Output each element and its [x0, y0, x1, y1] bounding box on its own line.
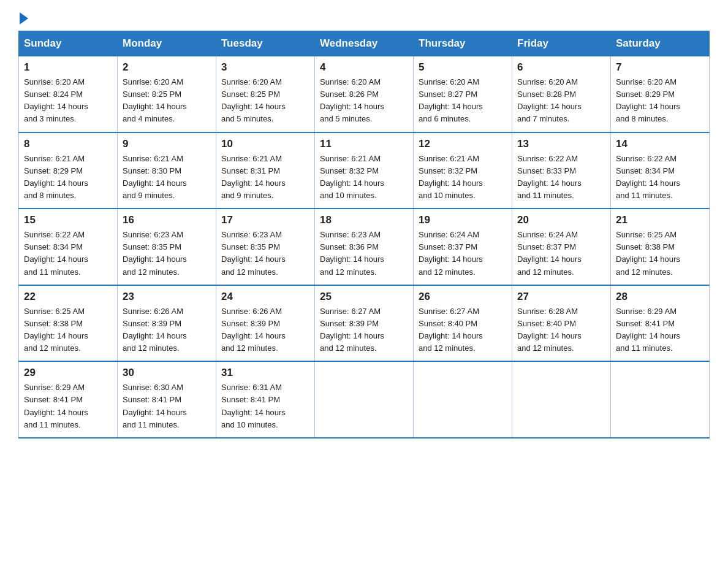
- day-number: 6: [517, 61, 605, 74]
- day-number: 15: [24, 214, 112, 226]
- calendar-header-friday: Friday: [512, 31, 611, 56]
- logo: [18, 12, 28, 25]
- day-info: Sunrise: 6:21 AMSunset: 8:32 PMDaylight:…: [320, 153, 408, 202]
- calendar-cell: 6Sunrise: 6:20 AMSunset: 8:28 PMDaylight…: [512, 56, 611, 132]
- day-info: Sunrise: 6:22 AMSunset: 8:33 PMDaylight:…: [517, 153, 605, 202]
- day-number: 12: [419, 138, 507, 150]
- day-number: 5: [419, 61, 507, 74]
- day-number: 3: [221, 61, 309, 74]
- day-info: Sunrise: 6:23 AMSunset: 8:35 PMDaylight:…: [123, 229, 211, 278]
- day-info: Sunrise: 6:28 AMSunset: 8:40 PMDaylight:…: [517, 305, 605, 355]
- day-info: Sunrise: 6:20 AMSunset: 8:27 PMDaylight:…: [419, 76, 507, 126]
- calendar-header-saturday: Saturday: [611, 31, 710, 56]
- calendar-cell: 23Sunrise: 6:26 AMSunset: 8:39 PMDayligh…: [118, 285, 216, 362]
- day-number: 10: [221, 138, 309, 150]
- day-info: Sunrise: 6:24 AMSunset: 8:37 PMDaylight:…: [419, 229, 507, 278]
- page-header: [18, 12, 710, 25]
- calendar-cell: 30Sunrise: 6:30 AMSunset: 8:41 PMDayligh…: [118, 361, 216, 438]
- day-number: 14: [616, 138, 704, 150]
- calendar-cell: 12Sunrise: 6:21 AMSunset: 8:32 PMDayligh…: [414, 132, 512, 209]
- calendar-header-sunday: Sunday: [19, 31, 118, 56]
- day-info: Sunrise: 6:23 AMSunset: 8:36 PMDaylight:…: [320, 229, 408, 278]
- calendar-week-row: 8Sunrise: 6:21 AMSunset: 8:29 PMDaylight…: [19, 132, 710, 209]
- calendar-header-monday: Monday: [118, 31, 216, 56]
- day-number: 29: [24, 367, 112, 379]
- day-info: Sunrise: 6:20 AMSunset: 8:25 PMDaylight:…: [123, 76, 211, 126]
- calendar-cell: 3Sunrise: 6:20 AMSunset: 8:25 PMDaylight…: [216, 56, 315, 132]
- calendar-week-row: 29Sunrise: 6:29 AMSunset: 8:41 PMDayligh…: [19, 361, 710, 438]
- calendar-cell: 11Sunrise: 6:21 AMSunset: 8:32 PMDayligh…: [315, 132, 414, 209]
- day-number: 9: [123, 138, 211, 150]
- day-number: 30: [123, 367, 211, 379]
- calendar-cell: 27Sunrise: 6:28 AMSunset: 8:40 PMDayligh…: [512, 285, 611, 362]
- calendar-cell: 25Sunrise: 6:27 AMSunset: 8:39 PMDayligh…: [315, 285, 414, 362]
- calendar-cell: 8Sunrise: 6:21 AMSunset: 8:29 PMDaylight…: [19, 132, 118, 209]
- calendar-cell: 31Sunrise: 6:31 AMSunset: 8:41 PMDayligh…: [216, 361, 315, 438]
- day-info: Sunrise: 6:20 AMSunset: 8:24 PMDaylight:…: [24, 76, 112, 126]
- day-info: Sunrise: 6:22 AMSunset: 8:34 PMDaylight:…: [24, 229, 112, 278]
- calendar-cell: 2Sunrise: 6:20 AMSunset: 8:25 PMDaylight…: [118, 56, 216, 132]
- day-info: Sunrise: 6:20 AMSunset: 8:26 PMDaylight:…: [320, 76, 408, 126]
- calendar-header-wednesday: Wednesday: [315, 31, 414, 56]
- calendar-header: SundayMondayTuesdayWednesdayThursdayFrid…: [19, 31, 710, 56]
- calendar-week-row: 22Sunrise: 6:25 AMSunset: 8:38 PMDayligh…: [19, 285, 710, 362]
- calendar-cell: 26Sunrise: 6:27 AMSunset: 8:40 PMDayligh…: [414, 285, 512, 362]
- day-info: Sunrise: 6:21 AMSunset: 8:30 PMDaylight:…: [123, 153, 211, 202]
- day-info: Sunrise: 6:26 AMSunset: 8:39 PMDaylight:…: [123, 305, 211, 355]
- day-info: Sunrise: 6:25 AMSunset: 8:38 PMDaylight:…: [616, 229, 704, 278]
- day-info: Sunrise: 6:22 AMSunset: 8:34 PMDaylight:…: [616, 153, 704, 202]
- day-info: Sunrise: 6:30 AMSunset: 8:41 PMDaylight:…: [123, 381, 211, 431]
- calendar-cell: 21Sunrise: 6:25 AMSunset: 8:38 PMDayligh…: [611, 209, 710, 285]
- calendar-cell: 4Sunrise: 6:20 AMSunset: 8:26 PMDaylight…: [315, 56, 414, 132]
- day-number: 26: [419, 291, 507, 303]
- calendar-cell: 1Sunrise: 6:20 AMSunset: 8:24 PMDaylight…: [19, 56, 118, 132]
- day-info: Sunrise: 6:29 AMSunset: 8:41 PMDaylight:…: [24, 381, 112, 431]
- day-info: Sunrise: 6:23 AMSunset: 8:35 PMDaylight:…: [221, 229, 309, 278]
- calendar-cell: 24Sunrise: 6:26 AMSunset: 8:39 PMDayligh…: [216, 285, 315, 362]
- day-number: 22: [24, 291, 112, 303]
- calendar-week-row: 15Sunrise: 6:22 AMSunset: 8:34 PMDayligh…: [19, 209, 710, 285]
- logo-arrow-icon: [20, 12, 28, 25]
- day-number: 24: [221, 291, 309, 303]
- calendar-cell: 28Sunrise: 6:29 AMSunset: 8:41 PMDayligh…: [611, 285, 710, 362]
- calendar-cell: [315, 361, 414, 438]
- calendar-cell: 20Sunrise: 6:24 AMSunset: 8:37 PMDayligh…: [512, 209, 611, 285]
- day-info: Sunrise: 6:21 AMSunset: 8:31 PMDaylight:…: [221, 153, 309, 202]
- calendar-cell: 10Sunrise: 6:21 AMSunset: 8:31 PMDayligh…: [216, 132, 315, 209]
- calendar-cell: 29Sunrise: 6:29 AMSunset: 8:41 PMDayligh…: [19, 361, 118, 438]
- day-info: Sunrise: 6:20 AMSunset: 8:25 PMDaylight:…: [221, 76, 309, 126]
- calendar-cell: 5Sunrise: 6:20 AMSunset: 8:27 PMDaylight…: [414, 56, 512, 132]
- day-number: 21: [616, 214, 704, 226]
- day-info: Sunrise: 6:26 AMSunset: 8:39 PMDaylight:…: [221, 305, 309, 355]
- calendar-cell: [512, 361, 611, 438]
- day-number: 13: [517, 138, 605, 150]
- day-number: 4: [320, 61, 408, 74]
- calendar-cell: 16Sunrise: 6:23 AMSunset: 8:35 PMDayligh…: [118, 209, 216, 285]
- day-info: Sunrise: 6:27 AMSunset: 8:40 PMDaylight:…: [419, 305, 507, 355]
- calendar-header-tuesday: Tuesday: [216, 31, 315, 56]
- calendar-cell: [414, 361, 512, 438]
- day-number: 18: [320, 214, 408, 226]
- day-number: 28: [616, 291, 704, 303]
- day-info: Sunrise: 6:25 AMSunset: 8:38 PMDaylight:…: [24, 305, 112, 355]
- day-info: Sunrise: 6:27 AMSunset: 8:39 PMDaylight:…: [320, 305, 408, 355]
- calendar-cell: 15Sunrise: 6:22 AMSunset: 8:34 PMDayligh…: [19, 209, 118, 285]
- calendar-cell: 14Sunrise: 6:22 AMSunset: 8:34 PMDayligh…: [611, 132, 710, 209]
- day-number: 11: [320, 138, 408, 150]
- day-info: Sunrise: 6:21 AMSunset: 8:32 PMDaylight:…: [419, 153, 507, 202]
- calendar-cell: 17Sunrise: 6:23 AMSunset: 8:35 PMDayligh…: [216, 209, 315, 285]
- day-info: Sunrise: 6:21 AMSunset: 8:29 PMDaylight:…: [24, 153, 112, 202]
- day-number: 17: [221, 214, 309, 226]
- day-number: 1: [24, 61, 112, 74]
- calendar-table: SundayMondayTuesdayWednesdayThursdayFrid…: [18, 31, 710, 439]
- day-info: Sunrise: 6:20 AMSunset: 8:28 PMDaylight:…: [517, 76, 605, 126]
- calendar-cell: 22Sunrise: 6:25 AMSunset: 8:38 PMDayligh…: [19, 285, 118, 362]
- calendar-cell: 13Sunrise: 6:22 AMSunset: 8:33 PMDayligh…: [512, 132, 611, 209]
- day-number: 20: [517, 214, 605, 226]
- calendar-week-row: 1Sunrise: 6:20 AMSunset: 8:24 PMDaylight…: [19, 56, 710, 132]
- day-number: 8: [24, 138, 112, 150]
- day-number: 31: [221, 367, 309, 379]
- calendar-cell: 18Sunrise: 6:23 AMSunset: 8:36 PMDayligh…: [315, 209, 414, 285]
- calendar-cell: 9Sunrise: 6:21 AMSunset: 8:30 PMDaylight…: [118, 132, 216, 209]
- calendar-cell: [611, 361, 710, 438]
